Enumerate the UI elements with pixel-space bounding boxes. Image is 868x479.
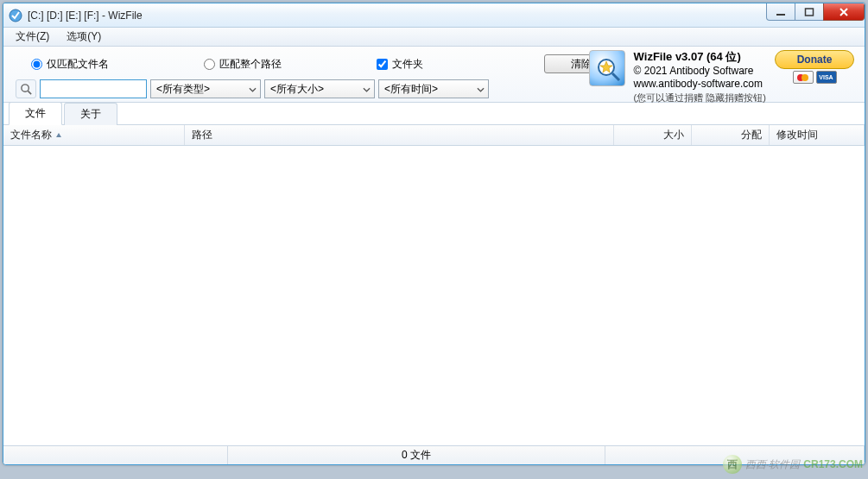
status-file-count: 0 文件 <box>402 448 431 463</box>
column-header-alloc-label: 分配 <box>741 128 762 142</box>
svg-rect-1 <box>776 14 785 16</box>
chevron-down-icon <box>363 83 371 95</box>
column-header-alloc[interactable]: 分配 <box>692 125 770 145</box>
filter-time-value: <所有时间> <box>384 82 438 97</box>
column-header-size-label: 大小 <box>663 128 684 142</box>
column-header-path[interactable]: 路径 <box>185 125 614 145</box>
chevron-down-icon <box>477 83 485 95</box>
search-input[interactable] <box>40 79 147 98</box>
titlebar[interactable]: [C:] [D:] [E:] [F:] - WizFile <box>3 3 865 28</box>
donate-box: Donate VISA <box>775 50 854 84</box>
statusbar: 0 文件 <box>3 445 865 464</box>
svg-point-3 <box>21 84 28 91</box>
tab-files[interactable]: 文件 <box>9 102 62 125</box>
window-controls <box>767 3 865 21</box>
filter-type-combo[interactable]: <所有类型> <box>150 79 261 98</box>
search-icon <box>16 79 36 98</box>
menu-file[interactable]: 文件(Z) <box>7 28 58 46</box>
radio-match-filename-label: 仅匹配文件名 <box>47 57 109 72</box>
column-header-mtime-label: 修改时间 <box>776 128 818 142</box>
filter-panel: 仅匹配文件名 匹配整个路径 文件夹 清除 <所有类型> <所有大小> <box>3 47 865 103</box>
column-header-mtime[interactable]: 修改时间 <box>770 125 865 145</box>
app-logo <box>589 50 625 86</box>
radio-match-filename-input[interactable] <box>31 59 42 70</box>
payment-cards: VISA <box>793 71 837 84</box>
mastercard-icon <box>793 71 814 84</box>
close-button[interactable] <box>823 3 865 21</box>
window-title: [C:] [D:] [E:] [F:] - WizFile <box>28 9 863 22</box>
app-copyright: © 2021 Antibody Software <box>634 65 766 79</box>
column-header-name[interactable]: 文件名称 <box>3 125 185 145</box>
app-window: [C:] [D:] [E:] [F:] - WizFile 文件(Z) 选项(Y… <box>3 3 865 465</box>
radio-match-path-input[interactable] <box>204 59 215 70</box>
column-header-size[interactable]: 大小 <box>614 125 692 145</box>
checkbox-folders-label: 文件夹 <box>392 57 423 72</box>
svg-line-6 <box>612 73 619 80</box>
checkbox-folders[interactable]: 文件夹 <box>377 57 423 72</box>
chevron-down-icon <box>249 83 257 95</box>
radio-match-path-label: 匹配整个路径 <box>219 57 282 72</box>
visa-icon: VISA <box>816 71 837 84</box>
filter-size-combo[interactable]: <所有大小> <box>264 79 375 98</box>
donate-hint: (您可以通过捐赠 隐藏捐赠按钮) <box>634 91 766 104</box>
file-list-header: 文件名称 路径 大小 分配 修改时间 <box>3 125 865 146</box>
radio-match-filename[interactable]: 仅匹配文件名 <box>31 57 109 72</box>
minimize-button[interactable] <box>766 3 795 21</box>
menu-options[interactable]: 选项(Y) <box>58 28 110 46</box>
app-icon <box>9 9 22 22</box>
column-header-path-label: 路径 <box>192 128 212 142</box>
maximize-button[interactable] <box>795 3 824 21</box>
donate-button[interactable]: Donate <box>775 50 854 69</box>
app-info-text: WizFile v3.07 (64 位) © 2021 Antibody Sof… <box>634 50 766 104</box>
status-left <box>3 446 228 464</box>
status-center: 0 文件 <box>228 446 605 464</box>
app-website: www.antibody-software.com <box>634 78 766 91</box>
filter-size-value: <所有大小> <box>270 82 324 97</box>
svg-rect-2 <box>806 9 814 16</box>
info-panel: WizFile v3.07 (64 位) © 2021 Antibody Sof… <box>589 50 854 104</box>
filter-type-value: <所有类型> <box>156 82 210 97</box>
radio-match-path[interactable]: 匹配整个路径 <box>204 57 282 72</box>
sort-asc-icon <box>55 132 62 139</box>
menubar: 文件(Z) 选项(Y) <box>3 28 865 47</box>
checkbox-folders-input[interactable] <box>377 59 388 70</box>
app-name: WizFile v3.07 (64 位) <box>634 50 766 65</box>
status-right <box>605 446 865 464</box>
file-list-body[interactable] <box>3 146 865 445</box>
tab-about[interactable]: 关于 <box>64 103 117 125</box>
filter-time-combo[interactable]: <所有时间> <box>378 79 489 98</box>
content-tabs: 文件 关于 <box>3 103 865 125</box>
column-header-name-label: 文件名称 <box>10 128 52 142</box>
svg-line-4 <box>28 91 31 94</box>
